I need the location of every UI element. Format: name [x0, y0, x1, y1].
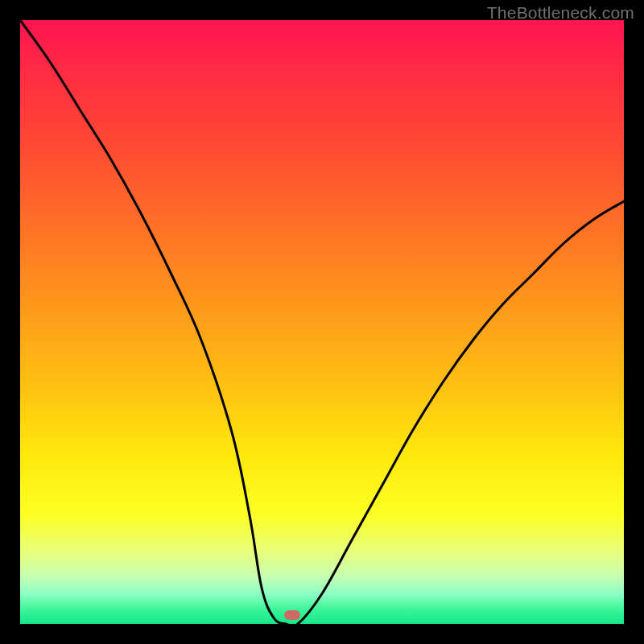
chart-stage: TheBottleneck.com: [0, 0, 644, 644]
bottleneck-curve: [20, 20, 624, 624]
plot-area: [20, 20, 624, 624]
curve-path: [20, 20, 624, 624]
optimal-point-marker: [284, 610, 300, 620]
watermark-text: TheBottleneck.com: [487, 3, 634, 23]
